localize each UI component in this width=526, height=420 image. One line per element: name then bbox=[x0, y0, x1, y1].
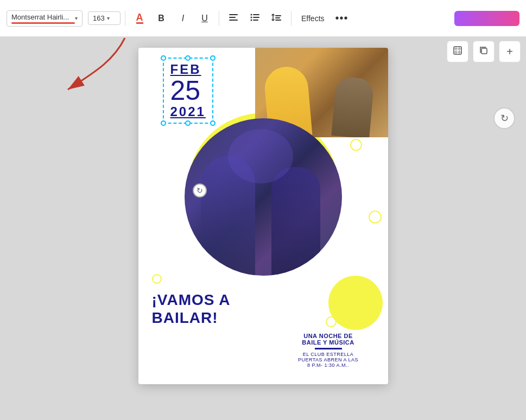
svg-rect-6 bbox=[253, 17, 259, 18]
svg-point-5 bbox=[251, 16, 252, 18]
divider-3 bbox=[291, 11, 291, 26]
toolbar-right-actions bbox=[454, 11, 519, 26]
info-line3: 8 P.M- 1:30 A.M.. bbox=[277, 362, 380, 368]
rotate-handle[interactable]: ↻ bbox=[193, 183, 207, 198]
date-year: 2021 bbox=[170, 104, 206, 119]
info-line1: EL CLUB ESTRELLA bbox=[277, 352, 380, 357]
svg-rect-4 bbox=[253, 14, 259, 15]
more-icon: ••• bbox=[335, 12, 348, 24]
svg-rect-1 bbox=[229, 17, 236, 18]
more-options-button[interactable]: ••• bbox=[332, 9, 352, 28]
italic-button[interactable]: I bbox=[173, 9, 193, 28]
handle-tc[interactable] bbox=[185, 55, 191, 61]
svg-rect-2 bbox=[229, 20, 238, 21]
info-line2: PUERTAS ABREN A LAS bbox=[277, 357, 380, 362]
divider-2 bbox=[219, 11, 219, 26]
dance-circle-image bbox=[185, 118, 342, 276]
bold-button[interactable]: B bbox=[151, 9, 171, 28]
italic-icon: I bbox=[182, 14, 184, 23]
yellow-blob-right bbox=[328, 276, 383, 330]
align-button[interactable] bbox=[224, 9, 243, 28]
handle-tl[interactable] bbox=[161, 55, 166, 61]
font-name-label: Montserrat Hairli... bbox=[11, 13, 71, 21]
svg-rect-13 bbox=[481, 48, 487, 54]
svg-rect-12 bbox=[454, 47, 461, 54]
font-chevron-icon: ▾ bbox=[75, 15, 78, 21]
toolbar: Montserrat Hairli... ▾ 163 ▾ A B I U bbox=[0, 0, 526, 37]
add-page-button[interactable]: + bbox=[499, 41, 521, 62]
svg-rect-8 bbox=[253, 20, 258, 21]
divider-1 bbox=[125, 11, 125, 26]
deco-circle-1 bbox=[350, 139, 362, 151]
light-effect bbox=[228, 129, 293, 183]
svg-point-3 bbox=[251, 14, 252, 15]
refresh-icon: ↻ bbox=[500, 112, 509, 124]
blue-underline bbox=[315, 348, 342, 349]
deco-circle-3 bbox=[152, 274, 162, 284]
line-spacing-icon bbox=[271, 12, 282, 25]
deco-circle-2 bbox=[369, 211, 382, 224]
subtitle-line2: BAILE Y MÚSICA bbox=[277, 339, 380, 346]
publish-button[interactable] bbox=[454, 11, 519, 26]
refresh-icon-button[interactable]: ↻ bbox=[493, 107, 515, 129]
list-icon bbox=[250, 12, 261, 25]
dancer-2 bbox=[271, 167, 320, 276]
list-button[interactable] bbox=[245, 9, 265, 28]
duplicate-button[interactable] bbox=[473, 41, 495, 62]
underline-icon: U bbox=[201, 14, 208, 23]
frame-icon bbox=[452, 45, 463, 59]
effects-label: Effects bbox=[301, 14, 325, 23]
subtitle-text-block[interactable]: UNA NOCHE DE BAILE Y MÚSICA EL CLUB ESTR… bbox=[277, 333, 380, 368]
handle-bl[interactable] bbox=[161, 120, 166, 126]
design-card: FEB 25 2021 ↻ ¡VAMOS A BAILAR! UNA NOCHE… bbox=[138, 48, 388, 384]
handle-bc[interactable] bbox=[185, 120, 191, 126]
right-panel-icons: + bbox=[447, 41, 521, 62]
svg-rect-0 bbox=[229, 14, 238, 15]
svg-rect-9 bbox=[275, 15, 281, 16]
frame-button[interactable] bbox=[447, 41, 468, 62]
svg-rect-10 bbox=[275, 17, 280, 18]
main-text-block[interactable]: ¡VAMOS A BAILAR! bbox=[152, 291, 231, 327]
date-day: 25 bbox=[170, 77, 206, 104]
canvas-area: FEB 25 2021 ↻ ¡VAMOS A BAILAR! UNA NOCHE… bbox=[0, 37, 526, 420]
add-icon: + bbox=[506, 46, 513, 58]
text-color-button[interactable]: A bbox=[130, 9, 149, 28]
main-text-line1: ¡VAMOS A bbox=[152, 291, 231, 309]
handle-tr[interactable] bbox=[210, 55, 216, 61]
duplicate-icon bbox=[478, 45, 489, 59]
font-underline-indicator bbox=[11, 22, 75, 24]
effects-button[interactable]: Effects bbox=[296, 11, 330, 26]
svg-rect-11 bbox=[275, 20, 281, 21]
rotate-icon: ↻ bbox=[197, 186, 203, 195]
photo-figure-2 bbox=[331, 76, 374, 137]
size-chevron-icon: ▾ bbox=[107, 15, 110, 21]
svg-point-7 bbox=[251, 19, 252, 21]
text-color-icon: A bbox=[136, 12, 143, 24]
subtitle-line1: UNA NOCHE DE bbox=[277, 333, 380, 339]
font-size-value: 163 bbox=[93, 14, 105, 22]
line-spacing-button[interactable] bbox=[267, 9, 287, 28]
main-text-line2: BAILAR! bbox=[152, 309, 231, 327]
bold-icon: B bbox=[158, 14, 164, 23]
date-text-box[interactable]: FEB 25 2021 bbox=[163, 58, 213, 124]
font-size-selector[interactable]: 163 ▾ bbox=[88, 11, 121, 25]
align-icon bbox=[228, 12, 239, 25]
underline-button[interactable]: U bbox=[195, 9, 214, 28]
deco-circle-4 bbox=[326, 316, 337, 327]
date-month: FEB bbox=[170, 62, 206, 77]
handle-br[interactable] bbox=[210, 120, 216, 126]
font-selector[interactable]: Montserrat Hairli... ▾ bbox=[7, 10, 83, 27]
